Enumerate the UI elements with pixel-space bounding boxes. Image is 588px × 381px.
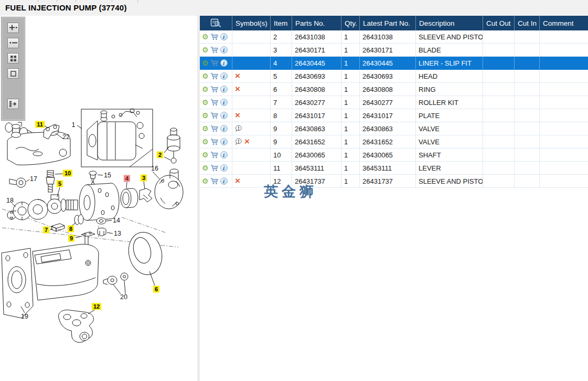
cell-symbols	[232, 149, 271, 161]
table-row-item-5-26430693[interactable]: ⚙i×526430693126430693HEAD	[200, 70, 588, 83]
cell-description: PLATE	[416, 109, 483, 122]
diagram-callout-12[interactable]: 12	[92, 303, 101, 310]
diagram-callout-5[interactable]: 5	[57, 181, 63, 187]
info-icon[interactable]: i	[220, 138, 228, 145]
info-icon[interactable]: i	[220, 151, 228, 158]
diagram-callout-10[interactable]: 10	[63, 170, 72, 177]
gear-icon[interactable]: ⚙	[202, 164, 209, 172]
cell-cut-in	[515, 57, 540, 69]
cell-latest-part-no: 26431737	[360, 175, 416, 187]
table-row-item-4-26430445[interactable]: ⚙i426430445126430445LINER - SLIP FIT	[200, 57, 588, 70]
gear-icon[interactable]: ⚙	[202, 125, 209, 132]
cart-icon[interactable]	[210, 125, 219, 132]
table-row-item-3-26430171[interactable]: ⚙i326430171126430171BLADE	[200, 44, 588, 57]
info-icon[interactable]: i	[220, 164, 228, 172]
cell-description: VALVE	[416, 122, 483, 135]
info-icon[interactable]: i	[220, 125, 228, 132]
diagram-callout-2[interactable]: 2	[157, 152, 163, 158]
cell-qty: 1	[341, 122, 360, 135]
gear-icon[interactable]: ⚙	[202, 33, 209, 40]
cart-icon[interactable]	[210, 59, 219, 67]
gear-icon[interactable]: ⚙	[202, 99, 209, 106]
header-latest-part-no[interactable]: Latest Part No.	[360, 16, 416, 30]
cart-icon[interactable]	[210, 164, 219, 172]
cell-cut-out	[483, 162, 515, 174]
info-icon[interactable]: i	[220, 177, 228, 185]
gear-icon[interactable]: ⚙	[202, 86, 209, 93]
cart-icon[interactable]	[210, 99, 219, 106]
table-row-item-12-26431737[interactable]: ⚙i×1226431737126431737SLEEVE AND PISTON	[200, 175, 588, 188]
x-symbol-icon: ×	[244, 137, 250, 146]
diagram-callout-22: 22	[62, 134, 70, 141]
table-row-item-7-26430277[interactable]: ⚙i726430277126430277ROLLER KIT	[200, 96, 588, 109]
diagram-callout-4[interactable]: 4	[124, 175, 130, 182]
table-row-item-11-36453111[interactable]: ⚙i1136453111136453111LEVER	[200, 162, 588, 175]
info-icon[interactable]: i	[220, 59, 228, 67]
cell-description: SLEEVE AND PISTON	[416, 175, 483, 187]
info-icon[interactable]: i	[220, 112, 228, 119]
diagram-callout-7[interactable]: 7	[43, 227, 49, 234]
info-icon[interactable]: i	[220, 46, 228, 54]
cell-latest-part-no: 26431652	[360, 135, 416, 148]
cart-icon[interactable]	[210, 86, 219, 93]
cell-item: 9	[271, 135, 292, 148]
diagram-callout-19: 19	[21, 313, 28, 320]
diagram-callout-8[interactable]: 8	[68, 226, 74, 232]
header-description[interactable]: Description	[416, 16, 483, 30]
diagram-callout-3[interactable]: 3	[141, 175, 147, 182]
table-row-item-9-26431652[interactable]: ⚙i×926431652126431652VALVE	[200, 135, 588, 149]
info-icon[interactable]: i	[220, 86, 228, 93]
table-row-item-10-26430065[interactable]: ⚙i1026430065126430065SHAFT	[200, 149, 588, 162]
gear-icon[interactable]: ⚙	[202, 59, 209, 67]
toggle-panel-button[interactable]	[7, 99, 19, 109]
cell-cut-out	[483, 57, 515, 69]
cell-latest-part-no: 26430693	[360, 70, 416, 82]
header-symbols[interactable]: Symbol(s)	[232, 16, 271, 30]
tile-view-button[interactable]	[7, 53, 19, 64]
cell-cut-out	[483, 109, 515, 122]
diagram-callout-9[interactable]: 9	[68, 235, 74, 242]
header-comment[interactable]: Comment	[540, 16, 588, 30]
cart-icon[interactable]	[210, 151, 219, 158]
header-cut-out[interactable]: Cut Out	[483, 16, 515, 30]
table-row-item-6-26430808[interactable]: ⚙i×626430808126430808RING	[200, 83, 588, 96]
gear-icon[interactable]: ⚙	[202, 151, 209, 158]
cart-icon[interactable]	[210, 177, 219, 185]
gear-icon[interactable]: ⚙	[202, 46, 209, 54]
cart-icon[interactable]	[210, 138, 219, 145]
gear-icon[interactable]: ⚙	[202, 138, 209, 145]
fit-view-button[interactable]	[7, 68, 19, 79]
gear-icon[interactable]: ⚙	[202, 112, 209, 119]
cell-item: 8	[271, 109, 292, 122]
cell-description: SLEEVE AND PISTON	[416, 30, 483, 43]
zoom-in-icon	[9, 24, 18, 31]
gear-icon[interactable]: ⚙	[202, 177, 209, 185]
zoom-out-button[interactable]	[7, 38, 19, 48]
cell-cut-out	[483, 30, 515, 43]
cart-icon[interactable]	[210, 112, 219, 119]
cell-latest-part-no: 36453111	[360, 162, 416, 174]
info-icon[interactable]: i	[220, 72, 228, 80]
table-row-item-2-26431038[interactable]: ⚙i226431038126431038SLEEVE AND PISTON	[200, 30, 588, 44]
header-item[interactable]: Item	[271, 16, 292, 30]
table-row-item-8-26431017[interactable]: ⚙i×826431017126431017PLATE	[200, 109, 588, 122]
balloon-symbol-icon	[235, 138, 242, 145]
cell-comment	[540, 30, 588, 43]
header-qty[interactable]: Qty.	[341, 16, 360, 30]
cell-latest-part-no: 26431038	[360, 30, 416, 43]
header-picker-column[interactable]	[200, 16, 232, 30]
table-row-item-9-26430863[interactable]: ⚙i926430863126430863VALVE	[200, 122, 588, 135]
cell-item: 10	[271, 149, 292, 161]
cell-parts-no: 26430065	[292, 149, 341, 161]
cart-icon[interactable]	[210, 33, 219, 40]
header-parts-no[interactable]: Parts No.	[292, 16, 341, 30]
gear-icon[interactable]: ⚙	[202, 72, 209, 80]
cart-icon[interactable]	[210, 72, 219, 80]
info-icon[interactable]: i	[220, 33, 228, 40]
zoom-in-button[interactable]	[7, 23, 19, 33]
diagram-callout-11[interactable]: 11	[35, 121, 45, 128]
cart-icon[interactable]	[210, 46, 219, 54]
info-icon[interactable]: i	[220, 99, 228, 106]
header-cut-in[interactable]: Cut In	[515, 16, 540, 30]
diagram-callout-6[interactable]: 6	[153, 286, 159, 293]
